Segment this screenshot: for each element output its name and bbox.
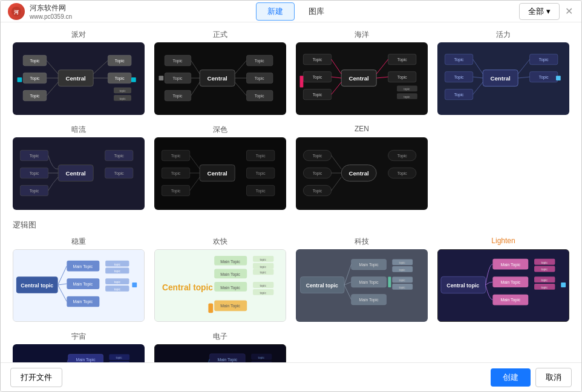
svg-text:Topic: Topic — [313, 171, 322, 176]
svg-text:Topic: Topic — [255, 59, 264, 64]
footer-left: 打开文件 — [10, 368, 62, 387]
svg-text:Main Topic: Main Topic — [73, 264, 93, 269]
svg-text:Central topic: Central topic — [446, 283, 479, 289]
svg-text:Main Topic: Main Topic — [220, 304, 240, 309]
logo-text: 河东软件网 — [30, 3, 72, 13]
chevron-down-icon: ▾ — [546, 7, 551, 16]
svg-text:Topic: Topic — [115, 59, 125, 64]
svg-rect-157 — [132, 283, 137, 287]
svg-text:topic: topic — [541, 261, 548, 264]
svg-text:Topic: Topic — [255, 94, 264, 99]
template-steady[interactable]: Central topic Main Topic Main Topic Main… — [13, 249, 145, 322]
template-lighten[interactable]: Central topic Main Topic Main Topic Main… — [437, 249, 569, 322]
svg-text:Central: Central — [66, 170, 86, 177]
template-cosmic[interactable]: Central topic Main Topic Main Topic Main… — [13, 344, 145, 362]
tab-gallery[interactable]: 图库 — [297, 2, 336, 21]
formal-preview: Central Topic Topic Topic Topic — [155, 44, 285, 114]
svg-text:Topic: Topic — [397, 154, 407, 158]
create-button[interactable]: 创建 — [491, 368, 531, 387]
svg-text:Topic: Topic — [171, 154, 181, 158]
template-deep[interactable]: Central Topic Topic Topic Topic Topi — [154, 137, 286, 210]
filter-dropdown[interactable]: 全部 ▾ — [519, 3, 560, 20]
svg-text:topic: topic — [404, 96, 410, 99]
svg-text:Main Topic: Main Topic — [500, 263, 520, 267]
svg-text:Topic: Topic — [173, 76, 183, 81]
template-zen[interactable]: Central Topic Topic Topic Topic Topi — [296, 137, 428, 210]
logo-icon: 河 — [8, 3, 25, 20]
svg-text:topic: topic — [114, 263, 121, 266]
label-undercurrent: 暗流 — [13, 125, 145, 135]
template-vitality[interactable]: Central Topic Topic Topic Topic Topi — [437, 42, 569, 115]
label-tech: 科技 — [296, 237, 428, 247]
party-preview: Central Topic Topic Topic Topic — [14, 44, 143, 114]
svg-text:河: 河 — [14, 10, 19, 15]
template-ocean[interactable]: Central Topic Topic Topic Topic Topi — [296, 42, 428, 115]
svg-text:Topic: Topic — [115, 76, 125, 81]
svg-text:Topic: Topic — [313, 154, 322, 158]
svg-rect-217 — [561, 283, 566, 287]
svg-text:topic: topic — [260, 271, 267, 274]
template-undercurrent[interactable]: Central Topic Topic Topic Topic Topi — [13, 137, 145, 210]
svg-rect-47 — [159, 76, 164, 80]
close-button[interactable]: ✕ — [564, 7, 574, 16]
svg-text:Main Topic: Main Topic — [359, 263, 379, 267]
svg-text:Main Topic: Main Topic — [220, 272, 240, 277]
svg-text:Main Topic: Main Topic — [76, 358, 96, 362]
svg-text:topic: topic — [260, 266, 267, 269]
templates-row-1: Central Topic Topic Topic Topic — [13, 42, 569, 115]
title-bar-right: 全部 ▾ ✕ — [519, 3, 574, 20]
svg-text:Topic: Topic — [454, 57, 464, 62]
svg-text:Main Topic: Main Topic — [500, 298, 520, 303]
svg-text:topic: topic — [258, 356, 265, 359]
template-tech[interactable]: Central topic Main Topic Main Topic Main… — [296, 249, 428, 322]
tab-group: 新建 图库 — [256, 2, 336, 21]
svg-text:Topic: Topic — [313, 93, 322, 97]
svg-text:Main Topic: Main Topic — [359, 280, 379, 285]
svg-text:Central: Central — [349, 170, 369, 177]
template-electron[interactable]: Central topic Main Topic Main Topic Main… — [154, 344, 286, 362]
ocean-preview: Central Topic Topic Topic Topic Topi — [297, 44, 427, 114]
svg-text:topic: topic — [114, 270, 121, 273]
svg-text:Topic: Topic — [173, 59, 183, 64]
section-logic: 逻辑图 — [13, 220, 569, 230]
svg-text:Topic: Topic — [30, 171, 39, 176]
svg-text:topic: topic — [119, 97, 126, 100]
svg-text:topic: topic — [114, 281, 121, 284]
template-party[interactable]: Central Topic Topic Topic Topic — [13, 42, 145, 115]
svg-text:Topic: Topic — [30, 76, 40, 81]
main-window: 河 河东软件网 www.pc0359.cn 新建 图库 全部 ▾ ✕ 派对 — [0, 0, 582, 392]
svg-text:Main Topic: Main Topic — [220, 286, 240, 290]
svg-text:Topic: Topic — [171, 171, 181, 176]
svg-text:Topic: Topic — [397, 171, 407, 176]
svg-text:topic: topic — [541, 268, 548, 271]
template-happy[interactable]: Central topic Main Topic Main Topic Main… — [154, 249, 286, 322]
cancel-button[interactable]: 取消 — [535, 368, 572, 387]
svg-rect-250 — [251, 361, 272, 362]
svg-text:topic: topic — [404, 88, 410, 91]
svg-text:Topic: Topic — [454, 93, 464, 97]
row-labels-4: 宇宙 电子 — [13, 332, 569, 342]
open-file-button[interactable]: 打开文件 — [10, 368, 62, 387]
svg-text:topic: topic — [260, 258, 267, 261]
label-steady: 稳重 — [13, 237, 145, 247]
logo-sub: www.pc0359.cn — [30, 13, 72, 20]
svg-text:topic: topic — [399, 279, 406, 282]
svg-rect-232 — [109, 361, 129, 362]
tab-new[interactable]: 新建 — [256, 2, 295, 21]
footer-right: 创建 取消 — [491, 368, 572, 387]
svg-text:Main Topic: Main Topic — [500, 280, 520, 285]
svg-text:topic: topic — [260, 292, 267, 295]
svg-rect-199 — [388, 277, 391, 287]
svg-text:Topic: Topic — [313, 75, 322, 80]
svg-text:Central: Central — [208, 170, 227, 177]
label-vitality: 活力 — [437, 30, 569, 40]
templates-row-4: Central topic Main Topic Main Topic Main… — [13, 344, 569, 362]
row-labels-3: 稳重 欢快 科技 Lighten — [13, 237, 569, 247]
svg-text:topic: topic — [260, 284, 267, 287]
svg-text:Topic: Topic — [114, 171, 124, 176]
svg-text:Topic: Topic — [397, 75, 407, 80]
svg-text:Topic: Topic — [256, 189, 266, 194]
svg-text:topic: topic — [114, 288, 121, 291]
template-formal[interactable]: Central Topic Topic Topic Topic — [154, 42, 286, 115]
svg-text:Central: Central — [491, 75, 511, 82]
